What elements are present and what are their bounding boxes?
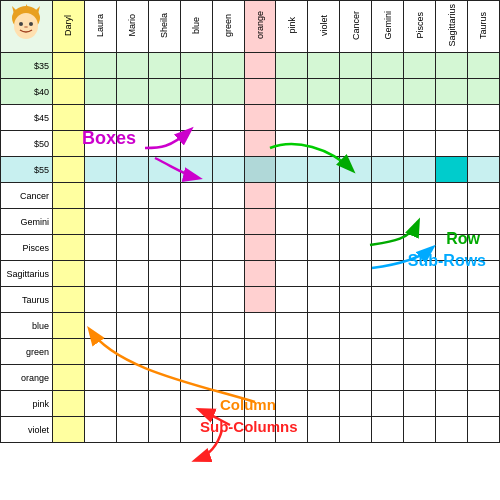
rowheader-35: $35 <box>1 53 53 79</box>
rowheader-violet: violet <box>1 417 53 443</box>
row-violet: violet <box>1 417 500 443</box>
col-header-daryl: Daryl <box>52 1 84 53</box>
col-header-laura: Laura <box>84 1 116 53</box>
col-header-orange: orange <box>244 1 276 53</box>
rowheader-cancer: Cancer <box>1 183 53 209</box>
col-header-mario: Mario <box>116 1 148 53</box>
rowheader-45: $45 <box>1 105 53 131</box>
row-taurus: Taurus <box>1 287 500 313</box>
avatar-cell <box>1 1 53 53</box>
table-body: $35 $40 <box>1 53 500 443</box>
rowheader-pink: pink <box>1 391 53 417</box>
col-header-green: green <box>212 1 244 53</box>
svg-point-3 <box>29 22 33 26</box>
avatar-icon <box>4 4 48 48</box>
col-header-sagittarius: Sagittarius <box>436 1 468 53</box>
rowheader-50: $50 <box>1 131 53 157</box>
col-header-cancer: Cancer <box>340 1 372 53</box>
row-50: $50 <box>1 131 500 157</box>
col-header-pink: pink <box>276 1 308 53</box>
row-blue: blue <box>1 313 500 339</box>
svg-point-2 <box>19 22 23 26</box>
rowheader-40: $40 <box>1 79 53 105</box>
header-row: Daryl Laura Mario Sheila blue green oran… <box>1 1 500 53</box>
row-45: $45 <box>1 105 500 131</box>
row-pink: pink <box>1 391 500 417</box>
row-pisces: Pisces <box>1 235 500 261</box>
col-header-pisces: Pisces <box>404 1 436 53</box>
row-cancer: Cancer <box>1 183 500 209</box>
svg-point-4 <box>24 26 28 28</box>
rowheader-pisces: Pisces <box>1 235 53 261</box>
rowheader-blue: blue <box>1 313 53 339</box>
col-header-blue: blue <box>180 1 212 53</box>
table-wrapper: Daryl Laura Mario Sheila blue green oran… <box>0 0 500 500</box>
rowheader-green: green <box>1 339 53 365</box>
row-35: $35 <box>1 53 500 79</box>
row-40: $40 <box>1 79 500 105</box>
row-sagittarius: Sagittarius <box>1 261 500 287</box>
rowheader-orange: orange <box>1 365 53 391</box>
main-table: Daryl Laura Mario Sheila blue green oran… <box>0 0 500 443</box>
rowheader-taurus: Taurus <box>1 287 53 313</box>
rowheader-sagittarius: Sagittarius <box>1 261 53 287</box>
col-header-sheila: Sheila <box>148 1 180 53</box>
col-header-taurus: Taurus <box>467 1 499 53</box>
col-header-violet: violet <box>308 1 340 53</box>
rowheader-55: $55 <box>1 157 53 183</box>
col-header-gemini: Gemini <box>372 1 404 53</box>
row-55: $55 <box>1 157 500 183</box>
rowheader-gemini: Gemini <box>1 209 53 235</box>
row-orange: orange <box>1 365 500 391</box>
row-gemini: Gemini <box>1 209 500 235</box>
row-green: green <box>1 339 500 365</box>
